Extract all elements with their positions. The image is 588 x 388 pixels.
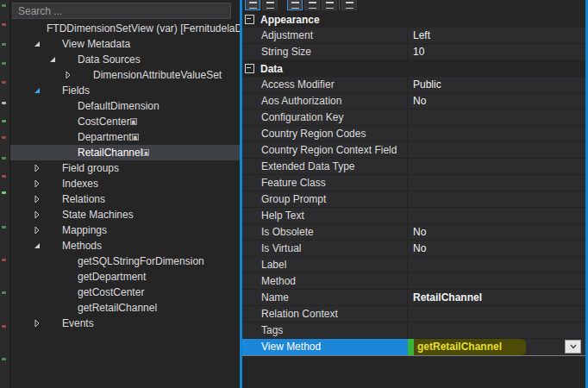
expander-arrow[interactable] — [48, 132, 62, 142]
expander-arrow[interactable] — [48, 303, 62, 313]
tree-item[interactable]: Methods — [10, 238, 240, 253]
property-row-view-method[interactable]: View Method getRetailChannel — [242, 339, 585, 355]
tree-item[interactable]: getDepartment — [10, 269, 240, 285]
tree-item[interactable]: Data Sources — [10, 52, 240, 67]
tree-item[interactable]: DefaultDimension — [10, 98, 240, 114]
property-value[interactable]: Left — [408, 28, 585, 43]
expander-arrow[interactable] — [48, 272, 62, 282]
property-value[interactable] — [408, 159, 585, 174]
property-value[interactable] — [408, 142, 585, 158]
tree-item[interactable]: Field groups — [10, 160, 240, 176]
tree-item[interactable]: RetailChannel — [10, 145, 240, 160]
property-row[interactable]: Label — [242, 257, 585, 273]
expander-arrow[interactable] — [33, 39, 47, 49]
expander-arrow[interactable] — [33, 210, 47, 220]
tree-item[interactable]: getRetailChannel — [10, 300, 240, 316]
tree-item[interactable]: Department — [10, 129, 240, 145]
property-row[interactable]: Help Text — [242, 208, 585, 224]
change-mark — [2, 358, 6, 360]
property-row[interactable]: Extended Data Type — [242, 159, 585, 175]
property-value[interactable] — [408, 257, 585, 272]
expander-arrow[interactable] — [33, 194, 47, 204]
property-value[interactable]: No — [408, 93, 585, 109]
property-row[interactable]: Is Obsolete No — [242, 224, 585, 241]
tree-item[interactable]: View Metadata — [10, 36, 240, 52]
property-value[interactable] — [408, 175, 585, 191]
property-row[interactable]: Aos Authorization No — [242, 93, 585, 110]
tree-item[interactable]: Indexes — [10, 176, 240, 191]
edit-icon[interactable] — [341, 0, 357, 10]
expander-arrow[interactable] — [17, 23, 31, 34]
property-row[interactable]: Method — [242, 273, 585, 290]
tree-item[interactable]: Fields — [10, 83, 240, 98]
property-value[interactable] — [408, 191, 585, 207]
property-row[interactable]: Is Virtual No — [242, 241, 585, 257]
property-row[interactable]: Name RetailChannel — [242, 290, 585, 306]
property-value[interactable] — [408, 273, 585, 289]
section-header-data[interactable]: Data — [242, 60, 585, 77]
property-row[interactable]: Country Region Context Field — [242, 142, 585, 159]
expander-arrow[interactable] — [48, 287, 62, 297]
property-row[interactable]: Group Prompt — [242, 191, 585, 208]
expander-arrow[interactable] — [33, 85, 47, 96]
toolbar-separator[interactable] — [339, 0, 340, 9]
property-label: Name — [242, 290, 408, 305]
method-icon — [62, 254, 76, 268]
method-icon — [62, 301, 76, 315]
property-value[interactable]: 10 — [408, 44, 585, 59]
collapse-icon[interactable] — [245, 15, 254, 24]
tree-item[interactable]: Events — [10, 316, 240, 331]
alphabetical-sort-icon[interactable] — [262, 0, 278, 10]
property-row[interactable]: String Size 10 — [242, 44, 585, 60]
property-label[interactable]: View Method — [242, 339, 408, 355]
property-value[interactable] — [408, 306, 585, 322]
section-header-appearance[interactable]: Appearance — [242, 11, 585, 28]
property-row[interactable]: Relation Context — [242, 306, 585, 322]
events-icon[interactable] — [304, 0, 320, 10]
tree-item[interactable]: DimensionAttributeValueSet — [10, 67, 240, 83]
property-row[interactable]: Tags — [242, 322, 585, 339]
property-row[interactable]: Feature Class — [242, 175, 585, 191]
tree-item[interactable]: Relations — [10, 191, 240, 207]
property-row[interactable]: Adjustment Left — [242, 28, 585, 44]
property-row[interactable]: Access Modifier Public — [242, 77, 585, 93]
expander-arrow[interactable] — [33, 318, 47, 329]
expander-arrow[interactable] — [48, 101, 62, 111]
property-row[interactable]: Country Region Codes — [242, 126, 585, 142]
search-input[interactable] — [12, 3, 231, 19]
property-value[interactable] — [408, 208, 585, 223]
expander-arrow[interactable] — [48, 147, 62, 158]
expander-arrow[interactable] — [48, 256, 62, 266]
property-value[interactable]: No — [408, 241, 585, 256]
property-value[interactable] — [408, 110, 585, 125]
tree-item[interactable]: CostCenter — [10, 114, 240, 129]
tree-item[interactable]: Mappings — [10, 222, 240, 238]
expander-arrow[interactable] — [33, 163, 47, 173]
view-method-value-cell[interactable]: getRetailChannel — [408, 339, 585, 355]
change-mark — [2, 120, 6, 122]
property-row[interactable]: Configuration Key — [242, 110, 585, 126]
property-value[interactable] — [408, 126, 585, 141]
tree-item[interactable]: getCostCenter — [10, 285, 240, 300]
tree-item[interactable]: State Machines — [10, 207, 240, 222]
categorized-icon[interactable] — [245, 0, 260, 10]
expander-arrow[interactable] — [48, 54, 62, 65]
property-value[interactable]: RetailChannel — [408, 290, 585, 305]
properties-icon[interactable] — [287, 0, 303, 10]
property-value[interactable]: No — [408, 224, 585, 240]
expander-arrow[interactable] — [33, 225, 47, 235]
expander-arrow[interactable] — [64, 70, 78, 80]
property-value[interactable] — [408, 322, 585, 338]
tree-item[interactable]: FTDDimensionSetView (var) [FernitudelaDe… — [10, 21, 240, 36]
scroll-annotation-strip[interactable] — [0, 0, 10, 388]
property-value[interactable]: Public — [408, 77, 585, 92]
collapse-icon[interactable] — [245, 64, 254, 73]
expander-arrow[interactable] — [48, 116, 62, 127]
view-method-value[interactable]: getRetailChannel — [414, 339, 526, 355]
messages-icon[interactable] — [322, 0, 337, 10]
tree-item[interactable]: getSQLStringForDimension — [10, 253, 240, 269]
expander-arrow[interactable] — [33, 178, 47, 189]
dropdown-button[interactable] — [565, 340, 581, 354]
change-mark — [2, 291, 6, 294]
expander-arrow[interactable] — [33, 241, 47, 251]
